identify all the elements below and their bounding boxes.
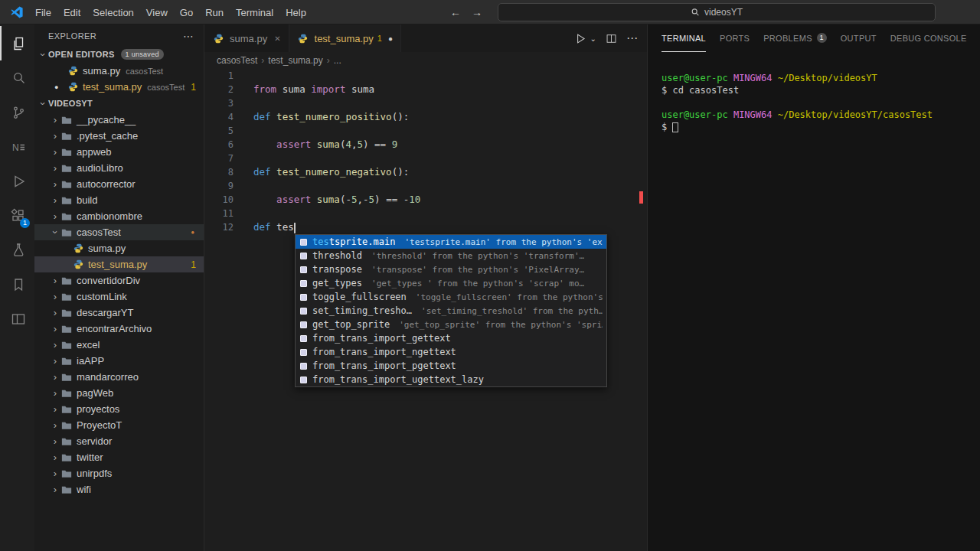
tree-item-servidor[interactable]: ›servidor [34,433,204,449]
tree-item-unirpdfs[interactable]: ›unirpdfs [34,465,204,481]
command-center-search[interactable]: videosYT [498,3,936,21]
menu-help[interactable]: Help [279,5,312,21]
nav-back-button[interactable]: ← [450,6,461,18]
run-python-file-button[interactable] [574,32,587,45]
search-view-icon[interactable] [0,60,34,95]
snippet-icon [300,294,307,301]
tree-item-mandarcorreo[interactable]: ›mandarcorreo [34,369,204,385]
tab-test_suma.py[interactable]: test_suma.py1● [289,24,402,52]
code-line[interactable]: 7 [204,152,647,165]
split-editor-button[interactable] [606,33,617,44]
workspace-root-header[interactable]: › VIDEOSYT [34,95,204,112]
suggestion-item[interactable]: transpose'transpose' from the python's '… [296,262,606,276]
editor-more-actions-button[interactable]: ⋯ [626,31,638,45]
tree-item-proyectos[interactable]: ›proyectos [34,401,204,417]
menu-go[interactable]: Go [174,5,199,21]
open-editors-header[interactable]: › OPEN EDITORS 1 unsaved [34,46,204,63]
tree-item-casosTest[interactable]: ›casosTest● [34,224,204,240]
tree-item-cambionombre[interactable]: ›cambionombre [34,208,204,224]
breadcrumb-item[interactable]: casosTest [217,55,257,66]
suggestion-item[interactable]: from_trans_import_ugettext_lazy [296,373,606,386]
open-editor-item[interactable]: ●test_suma.pycasosTest1 [34,79,204,95]
open-editor-item[interactable]: suma.pycasosTest [34,63,204,79]
code-editor[interactable]: 12from suma import suma34def test_numero… [204,69,647,551]
tree-item-audioLibro[interactable]: ›audioLibro [34,160,204,176]
panel-tab-output[interactable]: OUTPUT [841,24,877,52]
folder-icon [60,357,73,366]
menu-view[interactable]: View [140,5,174,21]
code-line[interactable]: 5 [204,124,647,138]
panel-tab-ports[interactable]: PORTS [720,24,750,52]
terminal-line [662,96,980,109]
tree-item-encontrarArchivo[interactable]: ›encontrarArchivo [34,321,204,337]
tree-item-excel[interactable]: ›excel [34,337,204,353]
explorer-more-actions-button[interactable]: ⋯ [183,30,194,42]
python-file-icon [72,243,84,253]
code-line[interactable]: 3 [204,96,647,110]
code-line[interactable]: 8def test_numero_negativo(): [204,165,647,179]
menu-selection[interactable]: Selection [87,5,139,21]
suggestion-item[interactable]: testsprite.main'testsprite.main' from th… [296,235,606,249]
code-line[interactable]: 11 [204,207,647,220]
code-line[interactable]: 2from suma import suma [204,83,647,96]
suggestion-item[interactable]: get_top_sprite'get_top_sprite' from the … [296,318,606,331]
layout-view-icon[interactable] [0,302,34,336]
file-tree: ›__pycache__›.pytest_cache›appweb›audioL… [34,112,204,497]
run-dropdown-icon[interactable]: ⌄ [590,34,596,43]
folder-icon [60,180,73,189]
panel-tab-debug-console[interactable]: DEBUG CONSOLE [890,24,967,52]
menu-file[interactable]: File [29,5,57,21]
breadcrumb-item[interactable]: ... [334,55,341,66]
code-line[interactable]: 9 [204,179,647,193]
remote-explorer-icon[interactable]: N [0,129,34,164]
tree-item-wifi[interactable]: ›wifi [34,481,204,497]
suggestion-item[interactable]: from_trans_import_gettext [296,331,606,345]
menu-run[interactable]: Run [199,5,230,21]
suggestion-item[interactable]: set_timing_tresho…'set_timing_treshold' … [296,304,606,318]
breadcrumb-item[interactable]: test_suma.py [268,55,322,66]
tree-item-ProyectoT[interactable]: ›ProyectoT [34,417,204,433]
tree-item-test_suma.py[interactable]: test_suma.py1 [34,256,204,272]
source-control-icon[interactable] [0,95,34,129]
explorer-icon[interactable] [0,26,34,60]
run-and-debug-icon[interactable] [0,164,34,198]
tree-item-suma.py[interactable]: suma.py [34,240,204,256]
suggestion-item[interactable]: get_types'get_types ' from the python's … [296,276,606,290]
tree-item-descargarYT[interactable]: ›descargarYT [34,305,204,321]
code-line[interactable]: 6 assert suma(4,5) == 9 [204,138,647,152]
suggestion-item[interactable]: from_trans_import_ngettext [296,345,606,359]
extensions-icon[interactable]: 1 [0,198,34,233]
code-line[interactable]: 10 assert suma(-5,-5) == -10 [204,193,647,207]
tree-item-convertidorDiv[interactable]: ›convertidorDiv [34,272,204,289]
testing-icon[interactable] [0,233,34,267]
bookmarks-icon[interactable] [0,267,34,302]
modified-dot-icon[interactable]: ● [388,34,393,43]
tree-item-twitter[interactable]: ›twitter [34,449,204,465]
tree-item-appweb[interactable]: ›appweb [34,144,204,160]
tree-item-customLink[interactable]: ›customLink [34,289,204,305]
tree-item-pagWeb[interactable]: ›pagWeb [34,385,204,401]
tree-item-autocorrector[interactable]: ›autocorrector [34,176,204,192]
chevron-right-icon: › [50,387,60,399]
panel-tab-terminal[interactable]: TERMINAL [662,24,706,52]
suggestion-item[interactable]: from_trans_import_pgettext [296,359,606,373]
tree-item-build[interactable]: ›build [34,192,204,208]
suggestion-label: from_trans_import_ugettext_lazy [312,374,484,385]
tree-item-.pytest_cache[interactable]: ›.pytest_cache [34,128,204,144]
menu-terminal[interactable]: Terminal [230,5,279,21]
terminal-line: $ cd casosTest [662,84,980,96]
close-icon[interactable]: ✕ [274,34,280,43]
tab-suma.py[interactable]: suma.py✕ [204,24,289,52]
tree-item-__pycache__[interactable]: ›__pycache__ [34,112,204,128]
chevron-right-icon: › [50,178,60,190]
terminal-content[interactable]: user@user-pc MINGW64 ~/Desktop/videosYT$… [648,52,980,551]
nav-forward-button[interactable]: → [472,6,482,18]
code-line[interactable]: 1 [204,69,647,83]
menu-edit[interactable]: Edit [57,5,87,21]
tree-item-iaAPP[interactable]: ›iaAPP [34,353,204,369]
panel-tab-problems[interactable]: PROBLEMS1 [763,24,827,52]
code-line[interactable]: 4def test_numero_positivo(): [204,110,647,124]
code-line[interactable]: 12def tes [204,220,647,234]
suggestion-item[interactable]: threshold'threshold' from the python's '… [296,249,606,262]
suggestion-item[interactable]: toggle_fullscreen'toggle_fullscreen' fro… [296,290,606,304]
